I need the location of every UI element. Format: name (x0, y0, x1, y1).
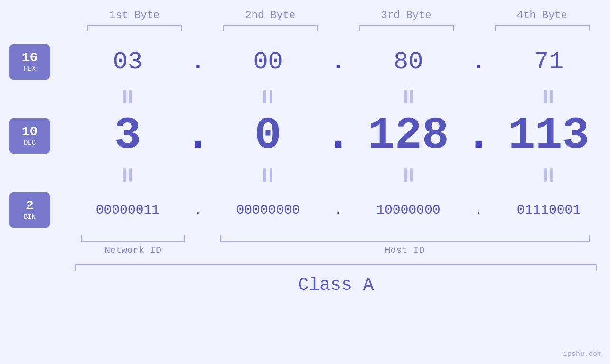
eq-bar (550, 168, 553, 182)
dot-bin-2: . (334, 203, 342, 217)
hex-val-4: 71 (534, 48, 563, 76)
eq-bar (263, 90, 266, 103)
hex-badge-num: 16 (22, 51, 38, 65)
dot-dec-2: . (325, 110, 352, 161)
dec-val-4: 113 (508, 110, 589, 161)
eq-bar (404, 168, 407, 182)
eq-bar (544, 168, 547, 182)
byte1-header: 1st Byte (82, 9, 187, 21)
hex-badge-block: 16 HEX (9, 38, 66, 85)
bin-val-1: 00000011 (96, 203, 160, 217)
eq-bar (123, 168, 126, 182)
network-id-label: Network ID (104, 245, 161, 256)
eq-bar (410, 168, 413, 182)
dec-badge-block: 10 DEC (9, 107, 66, 164)
hex-val-3: 80 (394, 48, 423, 76)
eq-bar (123, 90, 126, 103)
bin-val-2: 00000000 (236, 203, 300, 217)
bin-badge-label: BIN (24, 213, 36, 221)
bin-badge: 2 BIN (9, 192, 50, 228)
eq-bar (410, 90, 413, 103)
host-id-label: Host ID (385, 245, 424, 256)
main-container: 1st Byte 2nd Byte 3rd Byte 4th Byte 16 H… (0, 0, 610, 364)
eq-bar (129, 168, 132, 182)
hex-badge: 16 HEX (9, 44, 50, 80)
dot-hex-3: . (471, 48, 486, 76)
watermark: ipshu.com (563, 350, 601, 358)
dec-val-1: 3 (114, 110, 141, 161)
eq-bar (129, 90, 132, 103)
eq-bar (270, 168, 272, 182)
bin-badge-num: 2 (26, 199, 34, 214)
dec-badge-label: DEC (24, 139, 36, 147)
eq-bar (550, 90, 553, 103)
dec-badge: 10 DEC (9, 118, 50, 154)
badges-column: 16 HEX 10 DEC 2 BIN (0, 38, 66, 256)
bin-badge-block: 2 BIN (9, 186, 66, 233)
class-bracket (75, 264, 597, 271)
dot-hex-2: . (331, 48, 346, 76)
byte2-bracket (223, 25, 318, 31)
hex-badge-label: HEX (24, 65, 36, 73)
dec-val-2: 0 (254, 110, 282, 161)
dot-bin-3: . (475, 203, 483, 217)
byte1-bracket (87, 25, 182, 31)
byte3-header: 3rd Byte (354, 9, 459, 21)
dot-bin-1: . (194, 203, 202, 217)
dec-badge-num: 10 (22, 125, 38, 140)
class-label: Class A (75, 275, 597, 295)
hex-val-2: 00 (253, 48, 282, 76)
byte4-header: 4th Byte (490, 9, 594, 21)
byte4-bracket (495, 25, 590, 31)
byte2-header: 2nd Byte (218, 9, 322, 21)
dec-val-3: 128 (368, 110, 449, 161)
dot-hex-1: . (190, 48, 205, 76)
network-bracket (81, 235, 185, 242)
data-column: 03 . 00 . 80 . 71 (66, 38, 610, 256)
dot-dec-1: . (184, 110, 211, 161)
rows-wrapper: 16 HEX 10 DEC 2 BIN (0, 38, 610, 256)
eq-bar (404, 90, 407, 103)
eq-bar (263, 168, 266, 182)
eq-bar (544, 90, 547, 103)
dot-dec-3: . (465, 110, 492, 161)
byte3-bracket (359, 25, 454, 31)
bin-val-3: 10000000 (376, 203, 440, 217)
eq-bar (270, 90, 272, 103)
bin-val-4: 01110001 (517, 203, 581, 217)
host-bracket (220, 235, 590, 242)
hex-val-1: 03 (113, 48, 142, 76)
